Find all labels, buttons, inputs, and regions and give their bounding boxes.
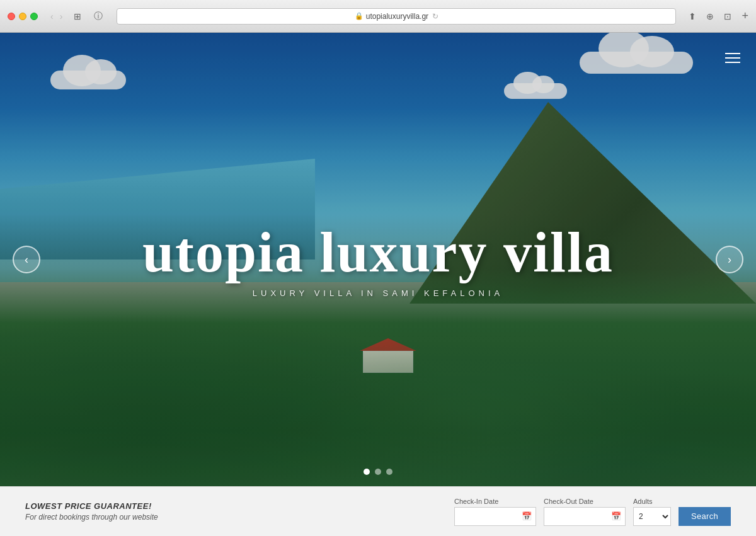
checkout-label: Check-Out Date — [544, 498, 626, 505]
hamburger-menu-button[interactable] — [725, 53, 740, 63]
checkin-input-wrap: 📅 — [454, 507, 536, 526]
website: utopia luxury villa LUXURY VILLA IN SAMI… — [0, 33, 756, 536]
booking-guarantee: LOWEST PRICE GUARANTEE! For direct booki… — [25, 501, 202, 522]
browser-chrome: ‹ › ⊞ ⓘ 🔒 utopialuxuryvilla.gr ↻ ⬆ ⊕ ⊡ + — [0, 0, 756, 33]
checkin-calendar-icon[interactable]: 📅 — [522, 511, 532, 521]
adults-select[interactable]: 1 2 3 4 5 6 — [633, 507, 671, 526]
hamburger-icon — [725, 53, 740, 63]
chevron-left-icon: ‹ — [25, 253, 28, 266]
carousel-dot-1[interactable] — [364, 469, 370, 475]
adults-label: Adults — [633, 498, 671, 505]
hero-section: utopia luxury villa LUXURY VILLA IN SAMI… — [0, 33, 756, 486]
browser-actions: ⬆ ⊕ ⊡ — [686, 10, 734, 23]
hamburger-line-2 — [725, 57, 740, 59]
carousel-dot-2[interactable] — [375, 469, 381, 475]
hamburger-line-3 — [725, 62, 740, 63]
browser-bookmark-button[interactable]: ⊕ — [704, 10, 716, 23]
checkout-input-wrap: 📅 — [544, 507, 626, 526]
url-text: utopialuxuryvilla.gr — [366, 12, 428, 21]
ssl-lock-icon: 🔒 — [355, 12, 364, 20]
forward-button[interactable]: › — [57, 10, 66, 23]
site-navigation — [725, 45, 740, 63]
hero-content: utopia luxury villa LUXURY VILLA IN SAMI… — [142, 224, 614, 298]
close-button[interactable] — [8, 13, 15, 20]
carousel-next-button[interactable]: › — [716, 246, 743, 273]
hero-title: utopia luxury villa — [142, 224, 614, 281]
checkin-input[interactable] — [459, 512, 522, 521]
chevron-right-icon: › — [728, 253, 731, 266]
guarantee-subtitle: For direct bookings through our website — [25, 513, 202, 522]
tab-grid-button[interactable]: ⊞ — [70, 10, 85, 23]
browser-resize-button[interactable]: ⊡ — [721, 10, 734, 23]
browser-nav-buttons: ‹ › — [48, 10, 65, 23]
guarantee-title: LOWEST PRICE GUARANTEE! — [25, 501, 202, 511]
maximize-button[interactable] — [30, 13, 38, 20]
carousel-prev-button[interactable]: ‹ — [13, 246, 40, 273]
traffic-lights — [8, 13, 38, 20]
back-button[interactable]: ‹ — [48, 10, 56, 23]
carousel-dot-3[interactable] — [386, 469, 392, 475]
adults-field: Adults 1 2 3 4 5 6 — [633, 498, 671, 526]
browser-share-button[interactable]: ⬆ — [686, 10, 699, 23]
url-bar[interactable]: 🔒 utopialuxuryvilla.gr ↻ — [117, 8, 676, 25]
checkin-label: Check-In Date — [454, 498, 536, 505]
booking-form: Check-In Date 📅 Check-Out Date 📅 Adults … — [220, 498, 731, 526]
search-button[interactable]: Search — [679, 507, 731, 526]
checkout-input[interactable] — [548, 512, 611, 521]
checkout-calendar-icon[interactable]: 📅 — [611, 511, 621, 521]
reload-icon[interactable]: ↻ — [432, 12, 438, 21]
booking-bar: LOWEST PRICE GUARANTEE! For direct booki… — [0, 486, 756, 536]
new-tab-button[interactable]: + — [742, 9, 748, 23]
minimize-button[interactable] — [19, 13, 26, 20]
checkout-field: Check-Out Date 📅 — [544, 498, 626, 526]
hero-subtitle: LUXURY VILLA IN SAMI KEFALONIA — [142, 288, 614, 298]
hamburger-line-1 — [725, 53, 740, 54]
checkin-field: Check-In Date 📅 — [454, 498, 536, 526]
carousel-dots — [364, 469, 392, 475]
info-button[interactable]: ⓘ — [90, 9, 106, 23]
